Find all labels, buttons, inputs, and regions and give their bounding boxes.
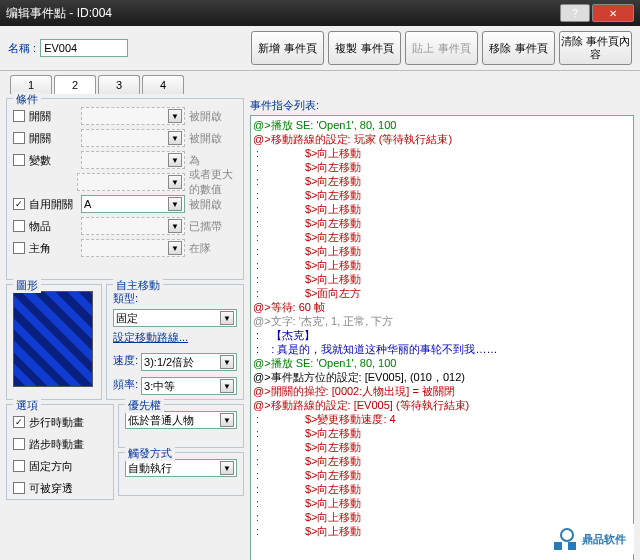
name-input[interactable] xyxy=(40,39,128,57)
through-checkbox[interactable] xyxy=(13,482,25,494)
condition-row: 物品▼已攜帶 xyxy=(13,215,237,237)
condition-select: ▼ xyxy=(77,173,185,191)
event-line[interactable]: : $>向左移動 xyxy=(253,174,631,188)
event-line[interactable]: : 【杰克】 xyxy=(253,328,631,342)
event-line[interactable]: : $>向上移動 xyxy=(253,510,631,524)
trigger-select[interactable]: 自動執行▼ xyxy=(125,459,237,477)
event-list[interactable]: @>播放 SE: 'Open1', 80, 100@>移動路線的設定: 玩家 (… xyxy=(250,115,634,560)
condition-select: ▼ xyxy=(81,217,185,235)
event-list-label: 事件指令列表: xyxy=(250,98,634,113)
watermark: 鼎品软件 xyxy=(546,524,634,554)
automove-title: 自主移動 xyxy=(113,278,163,293)
event-line[interactable]: : $>向上移動 xyxy=(253,146,631,160)
event-line[interactable]: : $>面向左方 xyxy=(253,286,631,300)
condition-checkbox[interactable] xyxy=(13,220,25,232)
event-line[interactable]: : $>向上移動 xyxy=(253,202,631,216)
chevron-down-icon: ▼ xyxy=(168,175,182,189)
paste-page-button[interactable]: 貼上 事件頁 xyxy=(405,31,478,65)
speed-select[interactable]: 3):1/2倍於▼ xyxy=(141,353,237,371)
tab-4[interactable]: 4 xyxy=(142,75,184,94)
new-page-button[interactable]: 新增 事件頁 xyxy=(251,31,324,65)
fixdir-checkbox[interactable] xyxy=(13,460,25,472)
condition-row: 主角▼在隊 xyxy=(13,237,237,259)
event-line[interactable]: : : 真是的，我就知道这种华丽的事轮不到我…… xyxy=(253,342,631,356)
left-column: 條件 開關▼被開啟開關▼被開啟變數▼為▼或者更大的數值✓自用開關A▼被開啟物品▼… xyxy=(6,98,244,560)
priority-group: 優先權 低於普通人物▼ xyxy=(118,404,244,448)
conditions-title: 條件 xyxy=(13,92,41,107)
event-line[interactable]: : $>向左移動 xyxy=(253,216,631,230)
trigger-group: 觸發方式 自動執行▼ xyxy=(118,452,244,496)
event-line[interactable]: @>移動路線的設定: [EV005] (等待執行結束) xyxy=(253,398,631,412)
condition-checkbox[interactable] xyxy=(13,154,25,166)
event-line[interactable]: @>播放 SE: 'Open1', 80, 100 xyxy=(253,356,631,370)
event-line[interactable]: : $>向左移動 xyxy=(253,160,631,174)
condition-select: ▼ xyxy=(81,129,185,147)
condition-checkbox[interactable] xyxy=(13,110,25,122)
route-link[interactable]: 設定移動路線... xyxy=(113,330,237,345)
window-buttons: ? ✕ xyxy=(560,4,634,22)
condition-select: ▼ xyxy=(81,239,185,257)
graphic-group: 圖形 xyxy=(6,284,102,400)
event-line[interactable]: : $>向上移動 xyxy=(253,496,631,510)
event-line[interactable]: : $>向左移動 xyxy=(253,230,631,244)
event-line[interactable]: @>播放 SE: 'Open1', 80, 100 xyxy=(253,118,631,132)
freq-select[interactable]: 3:中等▼ xyxy=(141,377,237,395)
watermark-icon xyxy=(554,528,576,550)
event-line[interactable]: @>開關的操控: [0002:人物出現] = 被關閉 xyxy=(253,384,631,398)
speed-label: 速度: xyxy=(113,353,138,368)
event-line[interactable]: : $>向上移動 xyxy=(253,258,631,272)
event-line[interactable]: : $>向上移動 xyxy=(253,244,631,258)
event-line[interactable]: : $>向左移動 xyxy=(253,440,631,454)
conditions-group: 條件 開關▼被開啟開關▼被開啟變數▼為▼或者更大的數值✓自用開關A▼被開啟物品▼… xyxy=(6,98,244,280)
condition-checkbox[interactable] xyxy=(13,132,25,144)
window-title: 编辑事件點 - ID:004 xyxy=(6,5,112,22)
close-button[interactable]: ✕ xyxy=(592,4,634,22)
step-checkbox[interactable] xyxy=(13,438,25,450)
event-line[interactable]: : $>變更移動速度: 4 xyxy=(253,412,631,426)
automove-group: 自主移動 類型: 固定▼ 設定移動路線... 速度:3):1/2倍於▼ 頻率:3… xyxy=(106,284,244,400)
clear-page-button[interactable]: 清除 事件頁內容 xyxy=(559,31,632,65)
options-title: 選項 xyxy=(13,398,41,413)
copy-page-button[interactable]: 複製 事件頁 xyxy=(328,31,401,65)
condition-row: ✓自用開關A▼被開啟 xyxy=(13,193,237,215)
condition-checkbox[interactable]: ✓ xyxy=(13,198,25,210)
type-select[interactable]: 固定▼ xyxy=(113,309,237,327)
condition-row: 開關▼被開啟 xyxy=(13,105,237,127)
event-line[interactable]: : $>向左移動 xyxy=(253,454,631,468)
tab-2[interactable]: 2 xyxy=(54,75,96,94)
event-line[interactable]: : $>向左移動 xyxy=(253,426,631,440)
name-label: 名稱 : xyxy=(8,41,36,56)
event-line[interactable]: : $>向左移動 xyxy=(253,188,631,202)
tab-3[interactable]: 3 xyxy=(98,75,140,94)
chevron-down-icon: ▼ xyxy=(168,241,182,255)
event-line[interactable]: @>等待: 60 帧 xyxy=(253,300,631,314)
chevron-down-icon: ▼ xyxy=(168,131,182,145)
help-button[interactable]: ? xyxy=(560,4,590,22)
remove-page-button[interactable]: 移除 事件頁 xyxy=(482,31,555,65)
chevron-down-icon: ▼ xyxy=(168,109,182,123)
chevron-down-icon: ▼ xyxy=(168,153,182,167)
event-line[interactable]: : $>向上移動 xyxy=(253,272,631,286)
graphic-preview[interactable] xyxy=(13,291,93,387)
title-bar: 编辑事件點 - ID:004 ? ✕ xyxy=(0,0,640,26)
event-line[interactable]: @>文字: '杰克', 1, 正常, 下方 xyxy=(253,314,631,328)
priority-title: 優先權 xyxy=(125,398,164,413)
event-line[interactable]: @>移動路線的設定: 玩家 (等待執行結束) xyxy=(253,132,631,146)
right-column: 事件指令列表: @>播放 SE: 'Open1', 80, 100@>移動路線的… xyxy=(250,98,634,560)
freq-label: 頻率: xyxy=(113,377,138,392)
event-line[interactable]: @>事件點方位的設定: [EV005], (010，012) xyxy=(253,370,631,384)
condition-select: ▼ xyxy=(81,151,185,169)
event-line[interactable]: : $>向左移動 xyxy=(253,468,631,482)
event-line[interactable]: : $>向左移動 xyxy=(253,482,631,496)
condition-checkbox[interactable] xyxy=(13,242,25,254)
graphic-title: 圖形 xyxy=(13,278,41,293)
chevron-down-icon: ▼ xyxy=(220,379,234,393)
options-group: 選項 ✓步行時動畫 踏步時動畫 固定方向 可被穿透 xyxy=(6,404,114,500)
chevron-down-icon: ▼ xyxy=(168,219,182,233)
walk-checkbox[interactable]: ✓ xyxy=(13,416,25,428)
watermark-text: 鼎品软件 xyxy=(582,532,626,547)
condition-row: 開關▼被開啟 xyxy=(13,127,237,149)
condition-select[interactable]: A▼ xyxy=(81,195,185,213)
chevron-down-icon: ▼ xyxy=(168,197,182,211)
priority-select[interactable]: 低於普通人物▼ xyxy=(125,411,237,429)
